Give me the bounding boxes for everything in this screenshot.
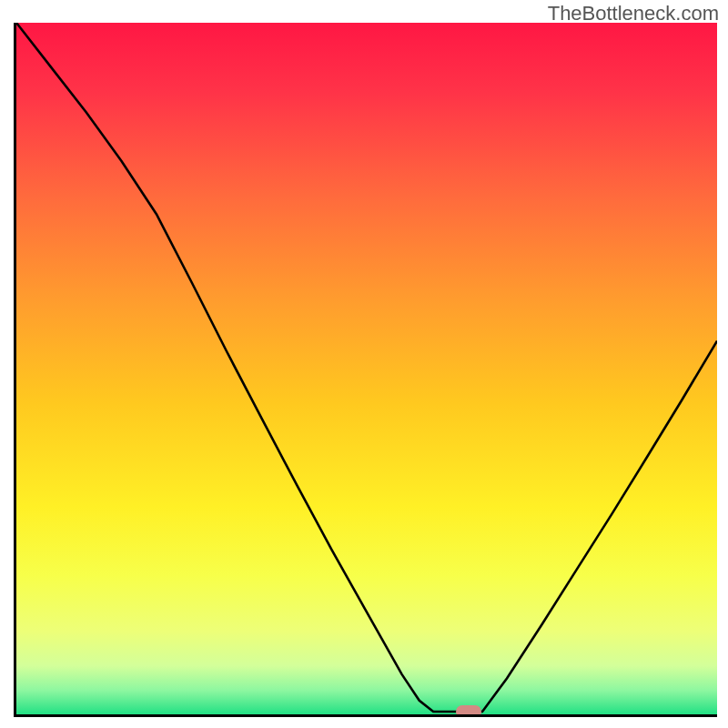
bottleneck-curve: [16, 23, 717, 714]
plot-area: [14, 23, 717, 717]
watermark-text: TheBottleneck.com: [548, 2, 719, 25]
optimal-point-marker: [456, 705, 481, 717]
chart-container: TheBottleneck.com: [0, 0, 728, 728]
